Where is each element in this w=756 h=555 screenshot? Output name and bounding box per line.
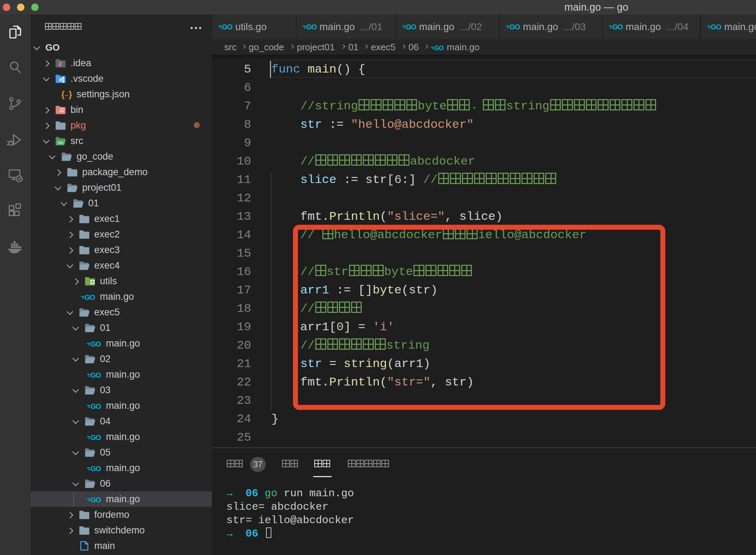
svg-text:GO: GO — [91, 496, 101, 504]
svg-text:</>: </> — [58, 141, 63, 145]
svg-text:GO: GO — [406, 23, 417, 31]
svg-text:GO: GO — [91, 340, 101, 348]
svg-text:{: { — [61, 90, 64, 99]
svg-text:GO: GO — [91, 371, 101, 379]
svg-text:GO: GO — [91, 434, 101, 441]
svg-text:GO: GO — [85, 293, 95, 301]
svg-text:GO: GO — [613, 23, 623, 31]
svg-text:GO: GO — [91, 402, 101, 410]
svg-text:GO: GO — [711, 23, 722, 31]
svg-text:GO: GO — [306, 23, 317, 31]
svg-text:}: } — [69, 90, 72, 99]
svg-text:GO: GO — [434, 45, 444, 52]
svg-text:GO: GO — [222, 23, 233, 31]
svg-text:GO: GO — [91, 465, 101, 473]
svg-text:GO: GO — [510, 23, 520, 31]
